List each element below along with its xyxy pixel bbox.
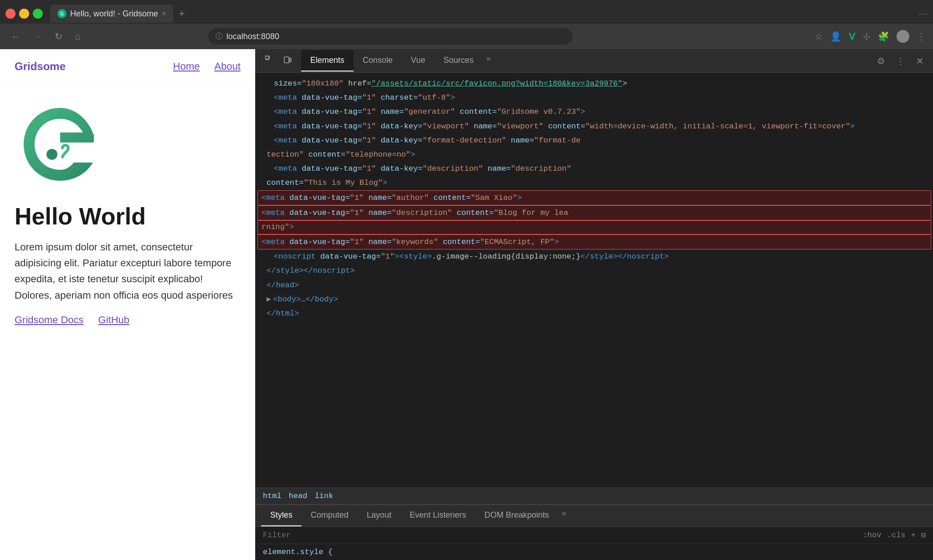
device-toolbar-button[interactable]	[279, 52, 296, 69]
address-text: localhost:8080	[226, 32, 279, 41]
website-panel: Gridsome Home About	[0, 49, 255, 560]
docs-link[interactable]: Gridsome Docs	[15, 314, 84, 326]
address-bar-field[interactable]: ⓘ localhost:8080	[208, 28, 573, 45]
browser-tab[interactable]: G Hello, world! - Gridsome ×	[50, 5, 173, 23]
forward-button[interactable]: →	[29, 30, 46, 44]
nav-about-link[interactable]: About	[215, 61, 241, 72]
devtools-html-content: sizes="180x180" href="/assets/static/src…	[256, 73, 933, 488]
styles-tabs: Styles Computed Layout Event Listeners D…	[256, 505, 933, 527]
devtools-toolbar: Elements Console Vue Sources » ⚙ ⋮ ✕	[256, 49, 933, 73]
traffic-light-minimize[interactable]	[19, 9, 29, 19]
page-heading: Hello World	[15, 203, 241, 230]
html-line: <meta data-vue-tag="1" name="generator" …	[256, 105, 933, 119]
inspect-element-button[interactable]	[261, 52, 277, 69]
site-logo[interactable]: Gridsome	[15, 60, 66, 73]
site-nav-links: Home About	[173, 61, 241, 72]
tab-title: Hello, world! - Gridsome	[70, 9, 158, 19]
devtools-toolbar-right: ⚙ ⋮ ✕	[873, 53, 928, 69]
tab-favicon: G	[57, 9, 67, 18]
traffic-light-fullscreen[interactable]	[33, 9, 43, 19]
site-content: Hello World Lorem ipsum dolor sit amet, …	[0, 84, 255, 341]
html-line: <meta data-vue-tag="1" data-key="descrip…	[256, 162, 933, 176]
tab-elements[interactable]: Elements	[301, 50, 354, 71]
settings-button[interactable]: ⚙	[873, 53, 889, 69]
html-line: content="This is My Blog">	[256, 176, 933, 190]
site-footer-links: Gridsome Docs GitHub	[15, 314, 241, 326]
devtools-tabs: Elements Console Vue Sources »	[301, 50, 871, 71]
styles-tab-layout[interactable]: Layout	[358, 505, 400, 526]
styles-tab-dom-breakpoints[interactable]: DOM Breakpoints	[475, 505, 558, 526]
more-tabs-button[interactable]: »	[483, 50, 495, 71]
html-line-highlighted-description: <meta data-vue-tag="1" name="description…	[257, 205, 931, 220]
window-controls: ⋯	[918, 8, 928, 19]
new-tab-button[interactable]: +	[179, 8, 185, 20]
tab-sources[interactable]: Sources	[434, 50, 482, 71]
breadcrumb-link[interactable]: link	[315, 492, 333, 500]
styles-tab-computed[interactable]: Computed	[302, 505, 358, 526]
reload-button[interactable]: ↻	[51, 29, 66, 44]
html-line: <noscript data-vue-tag="1"><style>.g-ima…	[256, 249, 933, 264]
back-button[interactable]: ←	[7, 30, 24, 44]
html-line: <meta data-vue-tag="1" data-key="viewpor…	[256, 119, 933, 133]
styles-tab-styles[interactable]: Styles	[261, 505, 302, 526]
hov-filter-button[interactable]: :hov	[863, 530, 882, 540]
menu-button[interactable]: ⋮	[917, 31, 926, 42]
tab-vue[interactable]: Vue	[402, 50, 434, 71]
tab-console[interactable]: Console	[354, 50, 402, 71]
styles-tab-event-listeners[interactable]: Event Listeners	[400, 505, 475, 526]
gridsome-logo-container	[15, 99, 241, 192]
html-line: </style></noscript>	[256, 264, 933, 278]
add-style-button[interactable]: +	[911, 530, 916, 540]
more-style-tabs-button[interactable]: »	[558, 505, 570, 526]
html-line: sizes="180x180" href="/assets/static/src…	[256, 76, 933, 91]
site-navigation: Gridsome Home About	[0, 49, 255, 84]
svg-rect-7	[290, 58, 291, 62]
styles-filter-options: :hov .cls + ⊟	[863, 530, 926, 540]
styles-filter-input[interactable]	[263, 531, 857, 540]
cursor-icon[interactable]: ⊹	[863, 31, 871, 42]
html-line: tection" content="telephone=no">	[256, 148, 933, 162]
svg-rect-3	[266, 56, 269, 59]
puzzle-icon[interactable]: 🧩	[878, 31, 889, 42]
gridsome-logo	[15, 99, 106, 190]
html-line-highlighted-author: <meta data-vue-tag="1" name="author" con…	[257, 190, 931, 205]
bookmark-icon[interactable]: ☆	[815, 31, 823, 42]
tab-close-button[interactable]: ×	[162, 10, 166, 18]
breadcrumb-head[interactable]: head	[289, 492, 308, 500]
styles-filter-bar: :hov .cls + ⊟	[256, 527, 933, 544]
more-options-button[interactable]: ⋮	[892, 53, 909, 69]
nav-home-link[interactable]: Home	[173, 61, 200, 72]
breadcrumb-html[interactable]: html	[263, 492, 282, 500]
security-icon: ⓘ	[215, 32, 223, 41]
styles-panel: Styles Computed Layout Event Listeners D…	[256, 504, 933, 560]
toggle-style-button[interactable]: ⊟	[921, 530, 926, 540]
html-line: <meta data-vue-tag="1" data-key="format-…	[256, 133, 933, 148]
attr-text: sizes=	[274, 79, 302, 88]
css-rule-element-style: element.style {	[263, 548, 926, 556]
html-line-highlighted-keywords: <meta data-vue-tag="1" name="keywords" c…	[257, 234, 931, 249]
html-line-html-close: </html>	[256, 306, 933, 321]
html-line: <meta data-vue-tag="1" charset="utf-8">	[256, 91, 933, 105]
tree-arrow-body[interactable]: ▶	[267, 295, 271, 304]
profile-icon[interactable]: 👤	[830, 31, 841, 42]
svg-text:G: G	[60, 11, 64, 16]
svg-rect-6	[284, 57, 289, 63]
home-button[interactable]: ⌂	[72, 30, 84, 44]
cls-filter-button[interactable]: .cls	[887, 530, 906, 540]
html-line-head-close: </head>	[256, 278, 933, 292]
page-paragraph: Lorem ipsum dolor sit amet, consectetur …	[15, 239, 241, 303]
svg-point-2	[46, 149, 57, 160]
breadcrumb-bar: html head link	[256, 488, 933, 504]
styles-content: element.style {	[256, 544, 933, 560]
user-avatar[interactable]	[897, 30, 909, 43]
github-link[interactable]: GitHub	[98, 314, 129, 326]
traffic-light-close[interactable]	[5, 9, 15, 19]
extension-icon-v[interactable]: V	[849, 31, 856, 42]
html-line-body: ▶<body>…</body>	[256, 292, 933, 306]
close-devtools-button[interactable]: ✕	[912, 53, 928, 69]
html-line-highlighted-description-cont: rning">	[257, 220, 931, 234]
devtools-panel: Elements Console Vue Sources » ⚙ ⋮ ✕ siz…	[255, 49, 933, 560]
